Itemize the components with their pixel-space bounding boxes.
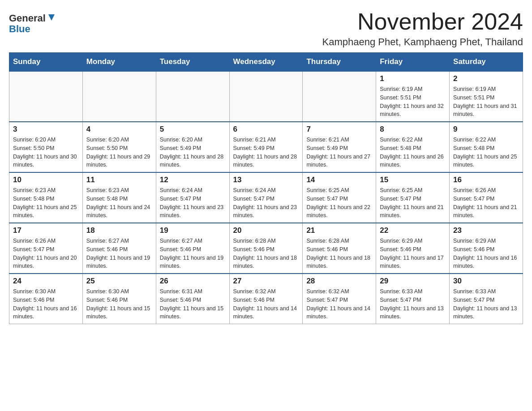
calendar-cell: 16Sunrise: 6:26 AMSunset: 5:47 PMDayligh… [450, 172, 523, 223]
day-number: 13 [233, 176, 299, 184]
day-number: 26 [160, 277, 226, 286]
calendar-header-row: SundayMondayTuesdayWednesdayThursdayFrid… [9, 53, 523, 72]
calendar-cell: 5Sunrise: 6:20 AMSunset: 5:49 PMDaylight… [156, 122, 229, 172]
day-number: 1 [380, 74, 446, 83]
day-info: Sunrise: 6:24 AMSunset: 5:47 PMDaylight:… [233, 186, 299, 220]
day-number: 30 [453, 277, 519, 286]
day-number: 4 [86, 125, 152, 134]
page-header: General Blue November 2024 Kamphaeng Phe… [9, 9, 523, 48]
week-row-1: 1Sunrise: 6:19 AMSunset: 5:51 PMDaylight… [9, 71, 523, 122]
col-header-sunday: Sunday [9, 53, 83, 72]
calendar-cell: 15Sunrise: 6:25 AMSunset: 5:47 PMDayligh… [376, 172, 450, 223]
location: Kamphaeng Phet, Kamphaeng Phet, Thailand [322, 36, 523, 48]
week-row-5: 24Sunrise: 6:30 AMSunset: 5:46 PMDayligh… [9, 274, 523, 324]
day-info: Sunrise: 6:21 AMSunset: 5:49 PMDaylight:… [306, 136, 372, 169]
day-number: 3 [13, 125, 79, 134]
col-header-thursday: Thursday [303, 53, 376, 72]
calendar-cell: 29Sunrise: 6:33 AMSunset: 5:47 PMDayligh… [376, 274, 450, 324]
calendar-cell: 2Sunrise: 6:19 AMSunset: 5:51 PMDaylight… [450, 71, 523, 122]
calendar-cell: 19Sunrise: 6:27 AMSunset: 5:46 PMDayligh… [156, 223, 229, 274]
day-number: 27 [233, 277, 299, 286]
calendar-cell: 12Sunrise: 6:24 AMSunset: 5:47 PMDayligh… [156, 172, 229, 223]
day-number: 2 [453, 74, 519, 83]
calendar-cell: 7Sunrise: 6:21 AMSunset: 5:49 PMDaylight… [303, 122, 376, 172]
day-info: Sunrise: 6:32 AMSunset: 5:47 PMDaylight:… [306, 287, 372, 321]
calendar-cell: 9Sunrise: 6:22 AMSunset: 5:48 PMDaylight… [450, 122, 523, 172]
calendar-cell: 1Sunrise: 6:19 AMSunset: 5:51 PMDaylight… [376, 71, 450, 122]
col-header-tuesday: Tuesday [156, 53, 229, 72]
col-header-friday: Friday [376, 53, 450, 72]
calendar-cell: 4Sunrise: 6:20 AMSunset: 5:50 PMDaylight… [82, 122, 156, 172]
day-number: 5 [160, 125, 226, 134]
calendar-cell [229, 71, 303, 122]
calendar-cell: 21Sunrise: 6:28 AMSunset: 5:46 PMDayligh… [303, 223, 376, 274]
day-number: 10 [13, 176, 79, 184]
calendar-table: SundayMondayTuesdayWednesdayThursdayFrid… [9, 52, 523, 324]
day-number: 9 [453, 125, 519, 134]
day-info: Sunrise: 6:22 AMSunset: 5:48 PMDaylight:… [380, 136, 446, 169]
calendar-cell: 13Sunrise: 6:24 AMSunset: 5:47 PMDayligh… [229, 172, 303, 223]
col-header-saturday: Saturday [450, 53, 523, 72]
calendar-cell: 28Sunrise: 6:32 AMSunset: 5:47 PMDayligh… [303, 274, 376, 324]
week-row-3: 10Sunrise: 6:23 AMSunset: 5:48 PMDayligh… [9, 172, 523, 223]
day-info: Sunrise: 6:30 AMSunset: 5:46 PMDaylight:… [13, 287, 79, 321]
calendar-cell: 10Sunrise: 6:23 AMSunset: 5:48 PMDayligh… [9, 172, 83, 223]
col-header-wednesday: Wednesday [229, 53, 303, 72]
day-info: Sunrise: 6:29 AMSunset: 5:46 PMDaylight:… [453, 237, 519, 270]
day-info: Sunrise: 6:23 AMSunset: 5:48 PMDaylight:… [13, 186, 79, 220]
day-info: Sunrise: 6:28 AMSunset: 5:46 PMDaylight:… [233, 237, 299, 270]
calendar-cell: 20Sunrise: 6:28 AMSunset: 5:46 PMDayligh… [229, 223, 303, 274]
day-info: Sunrise: 6:28 AMSunset: 5:46 PMDaylight:… [306, 237, 372, 270]
title-block: November 2024 Kamphaeng Phet, Kamphaeng … [322, 9, 523, 48]
day-info: Sunrise: 6:26 AMSunset: 5:47 PMDaylight:… [453, 186, 519, 220]
day-info: Sunrise: 6:25 AMSunset: 5:47 PMDaylight:… [380, 186, 446, 220]
day-number: 22 [380, 226, 446, 235]
day-info: Sunrise: 6:31 AMSunset: 5:46 PMDaylight:… [160, 287, 226, 321]
day-number: 7 [306, 125, 372, 134]
week-row-2: 3Sunrise: 6:20 AMSunset: 5:50 PMDaylight… [9, 122, 523, 172]
day-info: Sunrise: 6:22 AMSunset: 5:48 PMDaylight:… [453, 136, 519, 169]
svg-marker-0 [48, 14, 55, 21]
day-number: 25 [86, 277, 152, 286]
day-number: 15 [380, 176, 446, 184]
calendar-cell: 24Sunrise: 6:30 AMSunset: 5:46 PMDayligh… [9, 274, 83, 324]
calendar-cell: 17Sunrise: 6:26 AMSunset: 5:47 PMDayligh… [9, 223, 83, 274]
calendar-cell [303, 71, 376, 122]
calendar-cell: 18Sunrise: 6:27 AMSunset: 5:46 PMDayligh… [82, 223, 156, 274]
day-info: Sunrise: 6:26 AMSunset: 5:47 PMDaylight:… [13, 237, 79, 270]
day-info: Sunrise: 6:24 AMSunset: 5:47 PMDaylight:… [160, 186, 226, 220]
day-number: 24 [13, 277, 79, 286]
day-number: 8 [380, 125, 446, 134]
day-info: Sunrise: 6:20 AMSunset: 5:50 PMDaylight:… [86, 136, 152, 169]
logo-arrow-icon [47, 13, 56, 22]
calendar-cell: 27Sunrise: 6:32 AMSunset: 5:46 PMDayligh… [229, 274, 303, 324]
day-number: 16 [453, 176, 519, 184]
calendar-cell: 3Sunrise: 6:20 AMSunset: 5:50 PMDaylight… [9, 122, 83, 172]
week-row-4: 17Sunrise: 6:26 AMSunset: 5:47 PMDayligh… [9, 223, 523, 274]
calendar-cell: 25Sunrise: 6:30 AMSunset: 5:46 PMDayligh… [82, 274, 156, 324]
day-number: 18 [86, 226, 152, 235]
day-info: Sunrise: 6:20 AMSunset: 5:49 PMDaylight:… [160, 136, 226, 169]
day-number: 20 [233, 226, 299, 235]
day-number: 6 [233, 125, 299, 134]
day-info: Sunrise: 6:27 AMSunset: 5:46 PMDaylight:… [160, 237, 226, 270]
logo-general: General [9, 13, 46, 23]
day-info: Sunrise: 6:23 AMSunset: 5:48 PMDaylight:… [86, 186, 152, 220]
day-number: 28 [306, 277, 372, 286]
col-header-monday: Monday [82, 53, 156, 72]
day-info: Sunrise: 6:25 AMSunset: 5:47 PMDaylight:… [306, 186, 372, 220]
day-info: Sunrise: 6:29 AMSunset: 5:46 PMDaylight:… [380, 237, 446, 270]
day-info: Sunrise: 6:21 AMSunset: 5:49 PMDaylight:… [233, 136, 299, 169]
calendar-cell: 14Sunrise: 6:25 AMSunset: 5:47 PMDayligh… [303, 172, 376, 223]
day-number: 12 [160, 176, 226, 184]
calendar-cell: 11Sunrise: 6:23 AMSunset: 5:48 PMDayligh… [82, 172, 156, 223]
calendar-cell: 30Sunrise: 6:33 AMSunset: 5:47 PMDayligh… [450, 274, 523, 324]
calendar-cell [156, 71, 229, 122]
day-info: Sunrise: 6:30 AMSunset: 5:46 PMDaylight:… [86, 287, 152, 321]
day-number: 14 [306, 176, 372, 184]
calendar-cell: 8Sunrise: 6:22 AMSunset: 5:48 PMDaylight… [376, 122, 450, 172]
day-info: Sunrise: 6:19 AMSunset: 5:51 PMDaylight:… [380, 85, 446, 119]
logo: General Blue [9, 9, 56, 35]
day-info: Sunrise: 6:33 AMSunset: 5:47 PMDaylight:… [453, 287, 519, 321]
calendar-cell: 26Sunrise: 6:31 AMSunset: 5:46 PMDayligh… [156, 274, 229, 324]
